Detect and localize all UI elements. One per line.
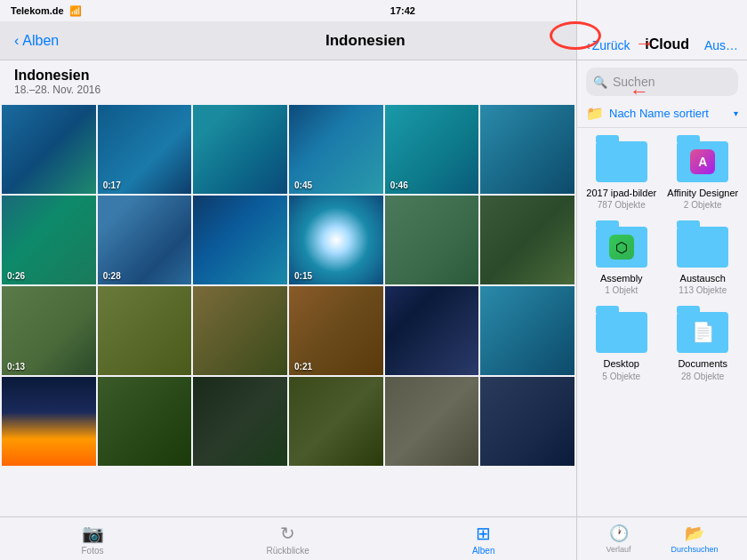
photo-thumbnail (98, 377, 192, 466)
photo-cell[interactable]: 0:46 (385, 105, 479, 194)
photo-cell[interactable]: 0:28 (98, 196, 192, 284)
folder-name: Affinity Designer (667, 188, 738, 199)
photo-cell[interactable] (289, 377, 383, 466)
folder-item[interactable]: 2017 ipad-bilder 787 Objekte (582, 135, 661, 213)
folder-item-assembly[interactable]: ⬡ Assembly 1 Objekt (582, 220, 661, 299)
photo-cell[interactable] (193, 377, 287, 466)
photo-cell[interactable]: 0:45 (289, 105, 383, 194)
folder-shape: A (677, 141, 728, 182)
folder-icon-wrap: A (676, 139, 729, 185)
tab-rueckblicke-label: Rückblicke (267, 546, 309, 556)
chevron-left-icon: ‹ (586, 38, 590, 52)
photo-cell[interactable]: 0:15 (289, 196, 383, 284)
panel-tab-verlauf[interactable]: 🕐 Verlauf (606, 524, 631, 554)
photo-thumbnail (385, 286, 479, 375)
panel-tab-durchsuchen[interactable]: 📂 Durchsuchen (671, 524, 718, 554)
status-time: 17:42 (390, 5, 415, 16)
photo-thumbnail (480, 286, 574, 375)
photo-thumbnail (480, 196, 574, 284)
folder-count-documents: 28 Objekte (681, 372, 724, 381)
folder-grid: 2017 ipad-bilder 787 Objekte A Affinity … (582, 135, 742, 385)
photo-thumbnail (480, 377, 574, 466)
tab-rueckblicke[interactable]: ↻ Rückblicke (267, 523, 309, 556)
album-title: Indonesien (14, 68, 562, 84)
photo-thumbnail (193, 105, 287, 194)
right-panel: ‹ Zurück iCloud Aus… 🔍 Suchen 📁 Nach Nam… (576, 0, 747, 560)
sort-chevron-icon: ▾ (734, 108, 738, 118)
search-icon: 🔍 (593, 76, 607, 89)
photo-cell[interactable]: 0:13 (2, 286, 96, 375)
photo-thumbnail (193, 196, 287, 284)
album-info: Indonesien 18.–28. Nov. 2016 (0, 60, 576, 100)
photo-thumbnail (385, 377, 479, 466)
folder-item-desktop[interactable]: Desktop 5 Objekte (582, 306, 661, 384)
tab-alben-label: Alben (472, 546, 495, 556)
durchsuchen-icon: 📂 (685, 524, 704, 543)
photo-cell[interactable] (480, 286, 574, 375)
search-box[interactable]: 🔍 Suchen (586, 68, 738, 96)
folder-icon-wrap (676, 224, 729, 270)
video-duration: 0:17 (103, 180, 121, 190)
folder-shape: ⬡ (596, 227, 647, 268)
panel-action-button[interactable]: Aus… (704, 38, 738, 52)
folder-count: 787 Objekte (598, 200, 646, 210)
photo-cell[interactable] (193, 105, 287, 194)
folder-shape (596, 141, 647, 182)
folder-icon-wrap: ⬡ (595, 224, 648, 270)
folder-item[interactable]: A Affinity Designer 2 Objekte (664, 135, 743, 213)
video-duration: 0:26 (7, 271, 25, 281)
photo-cell[interactable]: 0:17 (98, 105, 192, 194)
folder-name-assembly: Assembly (600, 273, 643, 284)
photo-cell[interactable] (98, 377, 192, 466)
tab-fotos[interactable]: 📷 Fotos (82, 523, 104, 556)
chevron-left-icon: ‹ (14, 33, 19, 49)
panel-search-area: 🔍 Suchen (577, 60, 747, 100)
folder-name-austausch: Austausch (680, 273, 726, 284)
panel-back-label: Zurück (592, 38, 631, 52)
panel-back-button[interactable]: ‹ Zurück (586, 38, 630, 52)
tab-bar: 📷 Fotos ↻ Rückblicke ⊞ Alben (0, 516, 576, 560)
verlauf-label: Verlauf (606, 545, 631, 554)
new-folder-icon[interactable]: 📁 (586, 105, 604, 122)
video-duration: 0:46 (390, 180, 408, 190)
alben-icon: ⊞ (476, 523, 491, 544)
photo-cell[interactable] (2, 105, 96, 194)
video-duration: 0:21 (294, 362, 312, 372)
photo-cell[interactable] (480, 105, 574, 194)
photo-thumbnail (2, 105, 96, 194)
folder-name-documents: Documents (678, 358, 727, 370)
photo-cell[interactable] (385, 196, 479, 284)
panel-bottom-bar: 🕐 Verlauf 📂 Durchsuchen (577, 516, 747, 560)
folder-item-austausch[interactable]: Austausch 113 Objekte (664, 220, 743, 299)
folder-item-documents[interactable]: 📄 Documents 28 Objekte (664, 306, 743, 384)
photo-cell[interactable] (193, 286, 287, 375)
durchsuchen-label: Durchsuchen (671, 545, 718, 554)
photo-cell[interactable] (2, 377, 96, 466)
status-bar-left: Telekom.de 📶 (11, 5, 82, 17)
folder-name-desktop: Desktop (604, 358, 639, 370)
grid-row: 0:26 0:28 0:15 (0, 196, 576, 284)
photo-cell[interactable] (98, 286, 192, 375)
photo-cell[interactable]: 0:26 (2, 196, 96, 284)
search-placeholder: Suchen (613, 75, 655, 89)
photo-cell[interactable] (480, 377, 574, 466)
photo-cell[interactable] (385, 286, 479, 375)
folder-count-desktop: 5 Objekte (602, 372, 640, 381)
tab-alben[interactable]: ⊞ Alben (472, 523, 495, 556)
wifi-icon: 📶 (69, 5, 82, 17)
video-duration: 0:28 (103, 271, 121, 281)
folder-shape: 📄 (677, 312, 728, 353)
photo-cell[interactable] (480, 196, 574, 284)
fotos-icon: 📷 (82, 523, 104, 544)
photo-cell[interactable]: 0:21 (289, 286, 383, 375)
photo-cell[interactable] (193, 196, 287, 284)
photo-cell[interactable] (385, 377, 479, 466)
panel-title: iCloud (630, 36, 703, 52)
back-button[interactable]: ‹ Alben (14, 33, 59, 49)
photo-thumbnail (193, 286, 287, 375)
back-label: Alben (22, 33, 59, 49)
photo-thumbnail (385, 196, 479, 284)
panel-sort-bar[interactable]: 📁 Nach Name sortiert ▾ (577, 100, 747, 128)
folder-icon-wrap (595, 139, 648, 185)
folder-shape (596, 312, 647, 353)
